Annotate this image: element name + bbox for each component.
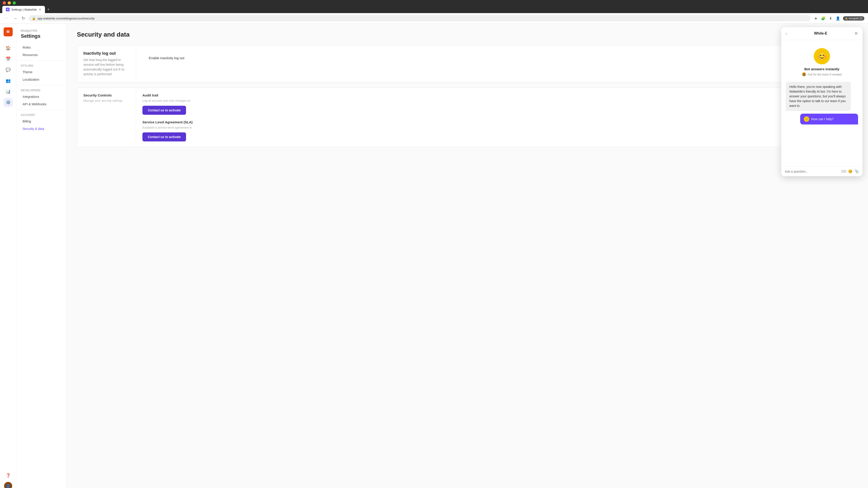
chat-emoji-btn[interactable]: 😊 — [848, 169, 852, 173]
user-question-text: How can I help? — [811, 117, 834, 121]
nav-section-developers: Developers — [16, 87, 66, 93]
chat-attach-btn[interactable]: 📎 — [855, 169, 859, 173]
username-label: Moodjoy7434 — [21, 29, 61, 32]
security-controls-layout: Security Controls Manage your security s… — [77, 88, 857, 147]
window-close-btn[interactable] — [3, 1, 6, 4]
tab-title: Settings | Waitwhile — [11, 8, 37, 11]
sidebar-icon-calendar[interactable]: 📅 — [4, 55, 13, 64]
tab-favicon: W — [6, 8, 9, 11]
inactivity-right: Enable inactivity log out — [136, 46, 857, 82]
nav-item-security[interactable]: Security & data — [18, 125, 64, 132]
tab-close-btn[interactable]: ✕ — [39, 8, 41, 11]
nav-item-api-webhooks[interactable]: API & Webhooks — [18, 101, 64, 108]
nav-divider-1 — [16, 60, 66, 61]
app-layout: M 🏠 📅 💬 👥 📊 ⚙️ ❓ 👤 Moodjoy7434 Settings … — [0, 24, 868, 488]
security-controls-left: Security Controls Manage your security s… — [77, 88, 136, 147]
sidebar-icon-chat[interactable]: 💬 — [4, 65, 13, 74]
inactivity-row: Enable inactivity log out — [143, 51, 850, 66]
title-bar — [0, 0, 868, 6]
inactivity-layout: Inactivity log out Set how long the logg… — [77, 46, 857, 82]
browser-chrome: W Settings | Waitwhile ✕ + — [0, 0, 868, 13]
sla-contact-btn[interactable]: Contact us to activate — [143, 132, 186, 141]
chat-input[interactable] — [785, 170, 839, 173]
back-btn[interactable]: ← — [4, 15, 9, 22]
sidebar-user-avatar[interactable]: 👤 — [4, 482, 12, 488]
security-controls-section: Security Controls Manage your security s… — [77, 88, 857, 147]
nav-bar: ← → ↻ 🔒 app.waitwhile.com/settings/accou… — [0, 13, 868, 24]
inactivity-left: Inactivity log out Set how long the logg… — [77, 46, 136, 82]
sidebar-icon-home[interactable]: 🏠 — [4, 43, 13, 53]
nav-section-account: Account — [16, 111, 66, 118]
bot-greeting-bubble: Hello there, you're now speaking with Wa… — [786, 82, 851, 111]
new-tab-btn[interactable]: + — [45, 6, 52, 13]
incognito-badge: 🕵️ Incognito (2) — [843, 16, 864, 21]
bot-avatar-large: 😊 — [814, 48, 830, 64]
nav-item-localization[interactable]: Localization — [18, 76, 64, 83]
window-minimize-btn[interactable] — [8, 1, 11, 4]
inactivity-title: Inactivity log out — [84, 51, 129, 56]
nav-item-integrations[interactable]: Integrations — [18, 93, 64, 100]
sidebar: M 🏠 📅 💬 👥 📊 ⚙️ ❓ 👤 — [0, 24, 16, 488]
active-tab[interactable]: W Settings | Waitwhile ✕ — [2, 6, 45, 13]
sidebar-icon-analytics[interactable]: 📊 — [4, 87, 13, 96]
window-maximize-btn[interactable] — [13, 1, 16, 4]
nav-divider-3 — [16, 109, 66, 110]
lock-icon: 🔒 — [32, 17, 36, 20]
profile-btn[interactable]: 👤 — [835, 15, 841, 22]
sla-subsection: Service Level Agreement (SLA) Establish … — [143, 120, 850, 142]
download-btn[interactable]: ⬇ — [828, 15, 833, 22]
audit-contact-btn[interactable]: Contact us to activate — [143, 106, 186, 115]
user-question-bubble: 😊 How can I help? — [800, 113, 858, 125]
nav-item-theme[interactable]: Theme — [18, 68, 64, 76]
sidebar-icon-team[interactable]: 👥 — [4, 76, 13, 85]
bot-intro-title: Bot answers instantly — [786, 67, 858, 71]
audit-trail-subsection: Audit trail Log all account and user cha… — [143, 93, 850, 115]
page-title: Security and data — [77, 31, 857, 38]
left-nav-panel: Moodjoy7434 Settings Roles Resources Sty… — [16, 24, 66, 488]
nav-icons: ★ 🧩 ⬇ 👤 🕵️ Incognito (2) — [813, 15, 864, 22]
nav-item-roles[interactable]: Roles — [18, 44, 64, 51]
main-content: Security and data Inactivity log out Set… — [66, 24, 868, 488]
inactivity-row-label: Enable inactivity log out — [149, 56, 834, 60]
incognito-icon: 🕵️ — [845, 17, 848, 20]
chat-keyboard-btn[interactable]: ⌨ — [841, 169, 846, 173]
sidebar-icon-help[interactable]: ❓ — [4, 471, 13, 480]
nav-item-resources[interactable]: Resources — [18, 51, 64, 59]
nav-item-billing[interactable]: Billing — [18, 118, 64, 125]
bot-intro-sub-label: Ask for the team if needed — [807, 73, 842, 76]
inactivity-section: Inactivity log out Set how long the logg… — [77, 45, 857, 82]
extensions-btn[interactable]: 🧩 — [820, 15, 827, 22]
address-text: app.waitwhile.com/settings/account/secur… — [37, 17, 94, 20]
forward-btn[interactable]: → — [12, 15, 18, 22]
reload-btn[interactable]: ↻ — [21, 15, 26, 22]
chat-footer: ⌨ 😊 📎 — [781, 166, 863, 176]
bot-intro: 😊 Bot answers instantly 👤 Ask for the te… — [786, 44, 858, 82]
bot-intro-sub: 👤 Ask for the team if needed — [786, 72, 858, 76]
left-nav-header: Moodjoy7434 Settings — [16, 27, 66, 43]
window-controls — [3, 1, 16, 4]
nav-divider-2 — [16, 85, 66, 85]
chat-back-btn[interactable]: ‹ — [786, 31, 787, 36]
security-controls-right: Audit trail Log all account and user cha… — [136, 88, 857, 147]
sidebar-avatar[interactable]: M — [4, 27, 13, 36]
chat-header: ‹ While-E ✕ — [781, 27, 863, 40]
chat-widget: ‹ While-E ✕ 😊 Bot answers instantly 👤 As… — [781, 27, 863, 176]
inactivity-row-content: Enable inactivity log out — [149, 56, 834, 61]
bookmark-btn[interactable]: ★ — [813, 15, 818, 22]
user-msg-avatar: 😊 — [804, 116, 809, 122]
audit-title: Audit trail — [143, 93, 850, 97]
security-controls-title: Security Controls — [84, 93, 129, 97]
sla-title: Service Level Agreement (SLA) — [143, 120, 850, 124]
address-bar[interactable]: 🔒 app.waitwhile.com/settings/account/sec… — [29, 15, 811, 22]
incognito-label: Incognito (2) — [849, 17, 863, 20]
chat-body: 😊 Bot answers instantly 👤 Ask for the te… — [781, 40, 863, 166]
nav-section-styling: Styling — [16, 62, 66, 68]
inactivity-desc: Set how long the logged in session will … — [84, 58, 129, 76]
settings-title: Settings — [21, 33, 61, 39]
sla-desc: Establish a service-level agreement w — [143, 125, 850, 130]
security-controls-desc: Manage your security settings. — [84, 98, 129, 103]
chat-title: While-E — [814, 31, 827, 35]
chat-close-btn[interactable]: ✕ — [854, 31, 858, 36]
sidebar-icon-settings[interactable]: ⚙️ — [4, 98, 13, 107]
tab-bar: W Settings | Waitwhile ✕ + — [0, 6, 868, 13]
